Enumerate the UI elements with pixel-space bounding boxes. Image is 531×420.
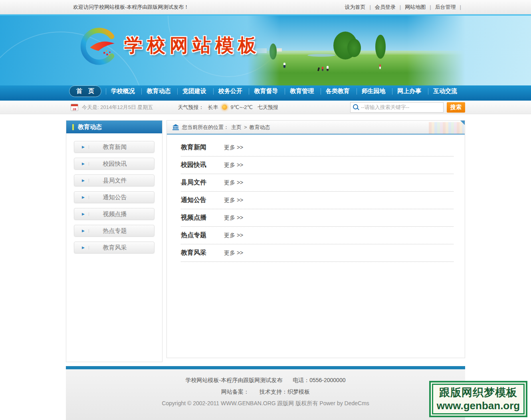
weather-city: 长丰 <box>208 104 218 111</box>
search-box: 搜索 <box>350 102 465 113</box>
genban-badge[interactable]: 跟版网织梦模板 www.genban.org <box>429 381 527 417</box>
footer-line1: 学校网站模板-本程序由跟版网测试发布电话：0556-2000000 <box>66 377 465 384</box>
section-row: 通知公告 更多 >> <box>181 192 454 209</box>
more-link[interactable]: 更多 >> <box>224 250 243 257</box>
topbar: 欢迎访问学校网站模板-本程序由跟版网测试发布！ 设为首页 | 会员登录 | 网站… <box>0 0 531 14</box>
search-input[interactable] <box>360 104 443 111</box>
more-link[interactable]: 更多 >> <box>224 214 243 222</box>
more-link[interactable]: 更多 >> <box>224 197 243 204</box>
more-link[interactable]: 更多 >> <box>224 144 243 151</box>
breadcrumb: 您当前所在的位置： 主页 > 教育动态 <box>167 121 465 135</box>
footer-line2: 网站备案：技术支持：织梦模板 <box>66 388 465 396</box>
footer: 学校网站模板-本程序由跟版网测试发布电话：0556-2000000 网站备案：技… <box>66 369 465 420</box>
welcome-text: 欢迎访问学校网站模板-本程序由跟版网测试发布！ <box>66 4 189 11</box>
nav-item-education-types[interactable]: 各类教育 <box>321 87 355 95</box>
section-row: 教育新闻 更多 >> <box>181 139 454 157</box>
weather-info: 天气预报： 长丰 9℃~-2℃ 七天预报 <box>178 104 279 111</box>
more-link[interactable]: 更多 >> <box>224 232 243 239</box>
separator: | <box>460 4 461 10</box>
badge-title: 跟版网织梦模板 <box>434 385 523 400</box>
site-logo-icon[interactable] <box>79 26 120 68</box>
separator: | <box>369 4 371 10</box>
link-admin[interactable]: 后台管理 <box>435 4 456 11</box>
section-title-education-style[interactable]: 教育风采 <box>181 249 215 257</box>
nav-item-school-overview[interactable]: 学校概况 <box>106 87 140 95</box>
info-bar: 28 今天是: 2014年12月5日 星期五 天气预报： 长丰 9℃~-2℃ 七… <box>0 101 531 114</box>
badge-url: www.genban.org <box>434 400 523 412</box>
search-icon <box>353 104 358 109</box>
sidebar-header: 教育动态 <box>66 121 162 133</box>
section-title-notices[interactable]: 通知公告 <box>181 196 215 204</box>
search-button[interactable]: 搜索 <box>447 102 465 113</box>
section-title-county-documents[interactable]: 县局文件 <box>181 178 215 187</box>
arrow-right-icon: ▶ <box>82 179 89 182</box>
section-title-campus-news[interactable]: 校园快讯 <box>181 161 215 169</box>
arrow-right-icon: ▶ <box>82 145 89 149</box>
nav-item-online-services[interactable]: 网上办事 <box>392 87 426 95</box>
sidebar-item-county-documents[interactable]: ▶ 县局文件 <box>74 174 155 186</box>
site-title: 学校网站模板 <box>124 33 261 58</box>
nav-item-school-affairs[interactable]: 校务公开 <box>214 87 247 95</box>
section-row: 校园快讯 更多 >> <box>181 157 454 174</box>
nav-item-education-supervision[interactable]: 教育督导 <box>249 87 283 95</box>
footer-copyright: Copyright © 2002-2011 WWW.GENBAN.ORG 跟版网… <box>66 400 465 407</box>
topbar-links: 设为首页 | 会员登录 | 网站地图 | 后台管理 | <box>345 4 465 11</box>
sidebar-item-campus-news[interactable]: ▶ 校园快讯 <box>74 158 155 170</box>
sidebar-item-education-style[interactable]: ▶ 教育风采 <box>74 242 155 254</box>
nav-item-education-management[interactable]: 教育管理 <box>285 87 319 95</box>
breadcrumb-home-link[interactable]: 主页 <box>231 124 242 131</box>
main-navigation: 首 页 学校概况 教育动态 党团建设 校务公开 教育督导 教育管理 各类教育 师… <box>0 85 531 101</box>
calendar-icon: 28 <box>71 104 78 111</box>
accent-bar <box>72 124 74 130</box>
link-set-homepage[interactable]: 设为首页 <box>345 4 365 11</box>
header-banner: 学校网站模板 <box>0 14 531 85</box>
weather-label: 天气预报： <box>178 104 204 111</box>
nav-item-teacher-student[interactable]: 师生园地 <box>357 87 390 95</box>
arrow-right-icon: ▶ <box>82 162 89 166</box>
sidebar-title: 教育动态 <box>78 123 102 131</box>
sidebar-item-video[interactable]: ▶ 视频点播 <box>74 208 155 220</box>
link-member-login[interactable]: 会员登录 <box>375 4 396 11</box>
sidebar: 教育动态 ▶ 教育新闻 ▶ 校园快讯 ▶ 县局文件 ▶ 通知公告 <box>66 120 162 362</box>
breadcrumb-label: 您当前所在的位置： <box>182 124 229 131</box>
section-row: 教育风采 更多 >> <box>181 244 454 262</box>
breadcrumb-current: 教育动态 <box>250 124 270 131</box>
sidebar-item-notices[interactable]: ▶ 通知公告 <box>74 191 155 203</box>
skyline-decoration <box>429 122 464 134</box>
link-sitemap[interactable]: 网站地图 <box>405 4 426 11</box>
arrow-right-icon: ▶ <box>82 229 89 233</box>
separator: | <box>430 4 431 10</box>
content-panel: 您当前所在的位置： 主页 > 教育动态 教育新闻 更多 >> 校园快讯 更多 >… <box>166 120 465 358</box>
section-row: 视频点播 更多 >> <box>181 209 454 227</box>
nav-item-education-news[interactable]: 教育动态 <box>142 87 175 95</box>
home-icon <box>172 124 179 130</box>
footer-divider-bar <box>66 366 465 369</box>
separator: | <box>400 4 401 10</box>
corner-decoration <box>460 121 465 125</box>
section-title-hot-topics[interactable]: 热点专题 <box>181 231 215 240</box>
more-link[interactable]: 更多 >> <box>224 162 243 169</box>
sun-icon <box>222 105 227 110</box>
sidebar-item-education-news[interactable]: ▶ 教育新闻 <box>74 141 155 153</box>
nav-item-interaction[interactable]: 互动交流 <box>428 87 462 95</box>
arrow-right-icon: ▶ <box>82 196 89 199</box>
sidebar-item-hot-topics[interactable]: ▶ 热点专题 <box>74 225 155 237</box>
temperature: 9℃~-2℃ <box>231 104 253 110</box>
arrow-right-icon: ▶ <box>82 246 89 250</box>
section-row: 热点专题 更多 >> <box>181 227 454 244</box>
nav-item-party-building[interactable]: 党团建设 <box>178 87 211 95</box>
seven-day-forecast-link[interactable]: 七天预报 <box>258 104 278 111</box>
section-row: 县局文件 更多 >> <box>181 174 454 192</box>
section-title-education-news[interactable]: 教育新闻 <box>181 143 215 152</box>
section-title-video[interactable]: 视频点播 <box>181 214 215 222</box>
nav-item-home[interactable]: 首 页 <box>69 85 101 97</box>
more-link[interactable]: 更多 >> <box>224 179 243 186</box>
current-date: 今天是: 2014年12月5日 星期五 <box>82 104 153 111</box>
arrow-right-icon: ▶ <box>82 212 89 216</box>
